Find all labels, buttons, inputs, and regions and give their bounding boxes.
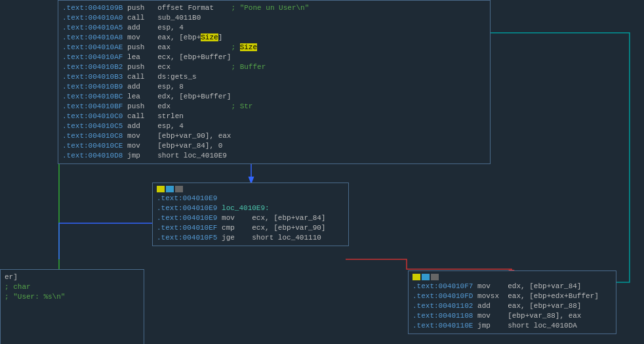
right-line-3: .text:00401102 add eax, [ebp+var_88]: [413, 301, 612, 311]
mid-line-4: .text:004010EF cmp ecx, [ebp+var_90]: [157, 223, 344, 233]
code-line-8: .text:004010B3 call ds:gets_s: [62, 72, 486, 82]
left-line-3: ; "User: %s\n": [5, 292, 140, 302]
left-line-2: ; char: [5, 282, 140, 292]
left-line-1: er]: [5, 272, 140, 282]
block-header-icons: [157, 186, 344, 192]
icon-gray: [431, 274, 439, 280]
mid-line-5: .text:004010F5 jge short loc_401110: [157, 233, 344, 243]
code-line-7: .text:004010B2 push ecx ; Buffer: [62, 62, 486, 72]
mid-line-1: .text:004010E9: [157, 194, 344, 204]
code-line-4: .text:004010A8 mov eax, [ebp+Size]: [62, 33, 486, 43]
code-line-13: .text:004010C5 add esp, 4: [62, 121, 486, 131]
right-line-5: .text:0040110E jmp short loc_4010DA: [413, 321, 612, 331]
code-line-11: .text:004010BF push edx ; Str: [62, 102, 486, 112]
right-code-block: .text:004010F7 mov edx, [ebp+var_84] .te…: [408, 270, 616, 334]
code-line-12: .text:004010C0 call strlen: [62, 112, 486, 121]
code-line-2: .text:004010A0 call sub_4011B0: [62, 13, 486, 23]
icon-blue: [422, 274, 430, 280]
code-line-9: .text:004010B9 add esp, 8: [62, 82, 486, 92]
main-code-block: .text:0040109B push offset Format ; "Pon…: [58, 0, 491, 164]
right-line-1: .text:004010F7 mov edx, [ebp+var_84]: [413, 282, 612, 291]
code-line-6: .text:004010AF lea ecx, [ebp+Buffer]: [62, 53, 486, 62]
icon-yellow: [157, 186, 165, 192]
code-line-10: .text:004010BC lea edx, [ebp+Buffer]: [62, 92, 486, 102]
code-line-14: .text:004010C8 mov [ebp+var_90], eax: [62, 131, 486, 141]
code-line-15: .text:004010CE mov [ebp+var_84], 0: [62, 141, 486, 151]
code-line-16: .text:004010D8 jmp short loc_4010E9: [62, 151, 486, 161]
mid-line-3: .text:004010E9 mov ecx, [ebp+var_84]: [157, 213, 344, 223]
middle-code-block: .text:004010E9 .text:004010E9 loc_4010E9…: [152, 183, 349, 246]
right-block-header-icons: [413, 274, 612, 280]
code-line-3: .text:004010A5 add esp, 4: [62, 23, 486, 33]
code-line-5: .text:004010AE push eax ; Size: [62, 43, 486, 53]
icon-gray: [175, 186, 183, 192]
mid-line-2: .text:004010E9 loc_4010E9:: [157, 204, 344, 213]
icon-blue: [166, 186, 174, 192]
left-bottom-block: er] ; char ; "User: %s\n": [0, 269, 144, 344]
icon-yellow: [413, 274, 420, 280]
right-line-2: .text:004010FD movsx eax, [ebp+edx+Buffe…: [413, 291, 612, 301]
code-line-1: .text:0040109B push offset Format ; "Pon…: [62, 3, 486, 13]
right-line-4: .text:00401108 mov [ebp+var_88], eax: [413, 311, 612, 321]
